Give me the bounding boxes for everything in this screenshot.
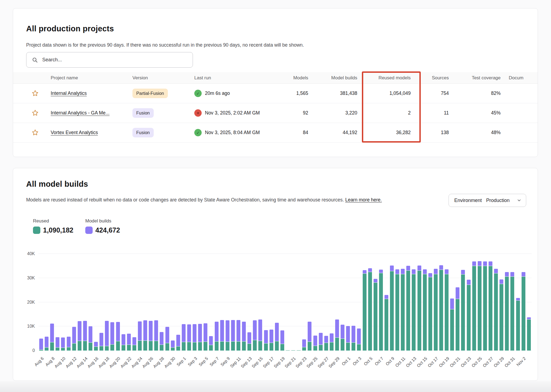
bar-slot[interactable] — [197, 254, 203, 351]
bar-slot[interactable] — [225, 254, 230, 351]
bar-slot[interactable] — [132, 254, 137, 351]
bar-slot[interactable] — [455, 254, 460, 351]
bar-slot[interactable] — [153, 254, 159, 351]
bar-slot[interactable] — [148, 254, 153, 351]
bar-slot[interactable] — [471, 254, 477, 351]
bar-slot[interactable] — [301, 254, 307, 351]
bar-slot[interactable] — [175, 254, 181, 351]
bar-slot[interactable] — [307, 254, 312, 351]
bar-slot[interactable] — [449, 254, 455, 351]
bar-slot[interactable] — [93, 254, 99, 351]
bar-slot[interactable] — [323, 254, 329, 351]
project-name-link[interactable]: Internal Analytics - GA Me... — [51, 110, 110, 116]
bar-slot[interactable] — [263, 254, 268, 351]
bar-slot[interactable] — [389, 254, 395, 351]
bar-slot[interactable] — [521, 254, 526, 351]
bar-slot[interactable] — [230, 254, 236, 351]
bar-slot[interactable] — [104, 254, 110, 351]
bar-slot[interactable] — [499, 254, 504, 351]
bar-slot[interactable] — [99, 254, 104, 351]
bar-slot[interactable] — [208, 254, 214, 351]
bar-slot[interactable] — [252, 254, 258, 351]
bar-slot[interactable] — [482, 254, 488, 351]
bar-slot[interactable] — [444, 254, 449, 351]
bar-slot[interactable] — [247, 254, 252, 351]
bar-slot[interactable] — [290, 254, 296, 351]
bar-slot[interactable] — [362, 254, 367, 351]
bar-slot[interactable] — [44, 254, 49, 351]
bar-slot[interactable] — [296, 254, 301, 351]
bar-slot[interactable] — [373, 254, 378, 351]
bar-slot[interactable] — [417, 254, 422, 351]
bar-slot[interactable] — [280, 254, 285, 351]
bar-slot[interactable] — [422, 254, 428, 351]
bar-slot[interactable] — [405, 254, 411, 351]
bar-slot[interactable] — [318, 254, 323, 351]
bar-slot[interactable] — [143, 254, 148, 351]
bar-slot[interactable] — [378, 254, 384, 351]
bar-slot[interactable] — [477, 254, 482, 351]
bar-slot[interactable] — [329, 254, 334, 351]
bar-slot[interactable] — [186, 254, 192, 351]
bar-slot[interactable] — [515, 254, 521, 351]
bar-slot[interactable] — [274, 254, 280, 351]
bar-slot[interactable] — [488, 254, 493, 351]
search-input[interactable] — [42, 57, 187, 63]
bar-slot[interactable] — [395, 254, 400, 351]
bar-slot[interactable] — [433, 254, 438, 351]
favorite-star-button[interactable] — [31, 129, 39, 137]
learn-more-link[interactable]: Learn more here. — [345, 197, 382, 203]
bar-slot[interactable] — [356, 254, 362, 351]
bar-slot[interactable] — [115, 254, 121, 351]
bar-slot[interactable] — [170, 254, 175, 351]
favorite-star-button[interactable] — [31, 89, 39, 98]
environment-dropdown[interactable]: Environment Production — [449, 194, 526, 207]
bar-slot[interactable] — [121, 254, 126, 351]
bar-slot[interactable] — [384, 254, 389, 351]
bar-slot[interactable] — [66, 254, 71, 351]
bar-slot[interactable] — [165, 254, 170, 351]
bar-slot[interactable] — [367, 254, 373, 351]
bar-slot[interactable] — [82, 254, 88, 351]
bar-slot[interactable] — [351, 254, 356, 351]
bar-slot[interactable] — [411, 254, 416, 351]
bar-slot[interactable] — [400, 254, 405, 351]
bar-slot[interactable] — [504, 254, 510, 351]
bar-slot[interactable] — [510, 254, 515, 351]
bar-slot[interactable] — [192, 254, 197, 351]
bar-slot[interactable] — [49, 254, 55, 351]
bar-slot[interactable] — [126, 254, 132, 351]
bar-slot[interactable] — [340, 254, 345, 351]
bar-slot[interactable] — [110, 254, 115, 351]
bar-slot[interactable] — [203, 254, 208, 351]
bar-slot[interactable] — [466, 254, 471, 351]
bar-slot[interactable] — [428, 254, 433, 351]
bar-slot[interactable] — [285, 254, 290, 351]
bar-slot[interactable] — [236, 254, 241, 351]
bar-slot[interactable] — [526, 254, 532, 351]
bar-slot[interactable] — [214, 254, 219, 351]
bar-slot[interactable] — [241, 254, 247, 351]
bar-slot[interactable] — [137, 254, 143, 351]
bar-slot[interactable] — [38, 254, 44, 351]
bar-slot[interactable] — [312, 254, 318, 351]
bar-slot[interactable] — [345, 254, 351, 351]
bar-slot[interactable] — [460, 254, 466, 351]
bar-slot[interactable] — [77, 254, 82, 351]
bar-slot[interactable] — [181, 254, 186, 351]
bar-slot[interactable] — [334, 254, 340, 351]
bar-slot[interactable] — [219, 254, 225, 351]
bar-slot[interactable] — [55, 254, 60, 351]
favorite-star-button[interactable] — [31, 109, 39, 117]
bar-slot[interactable] — [258, 254, 263, 351]
bar-segment-model-builds — [527, 317, 531, 320]
bar-slot[interactable] — [438, 254, 444, 351]
bar-slot[interactable] — [60, 254, 66, 351]
bar-slot[interactable] — [88, 254, 93, 351]
bar-slot[interactable] — [71, 254, 77, 351]
project-name-link[interactable]: Internal Analytics — [51, 91, 87, 96]
bar-slot[interactable] — [159, 254, 164, 351]
project-name-link[interactable]: Vortex Event Analytics — [51, 130, 98, 135]
bar-slot[interactable] — [269, 254, 274, 351]
bar-slot[interactable] — [493, 254, 499, 351]
